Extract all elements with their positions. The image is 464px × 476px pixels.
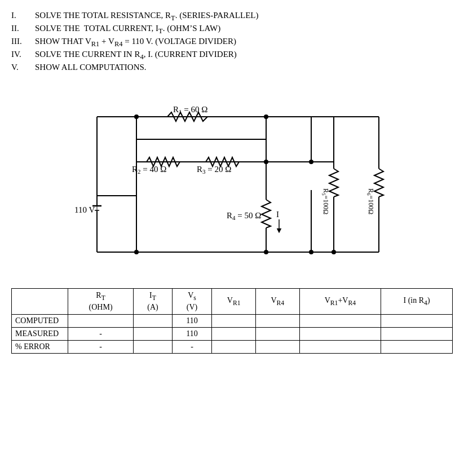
error-vs: - <box>172 341 212 354</box>
label-measured: MEASURED <box>12 328 68 341</box>
svg-point-52 <box>134 250 139 254</box>
table-row-computed: COMPUTED 110 <box>12 315 453 328</box>
r5-label: R5=100Ω <box>321 188 330 214</box>
measured-vr4 <box>256 328 300 341</box>
computed-vs: 110 <box>172 315 212 328</box>
instruction-2: SOLVE THE TOTAL CURRENT, IT. (OHM’S LAW) <box>35 23 259 36</box>
measured-vs: 110 <box>172 328 212 341</box>
roman-numeral-2: II. <box>11 23 35 36</box>
error-vr1 <box>212 341 256 354</box>
voltage-label: 110 V <box>74 205 95 214</box>
roman-numeral-5: V. <box>11 62 35 73</box>
instruction-4: SOLVE THE CURRENT IN R4, I. (CURRENT DIV… <box>35 49 259 62</box>
col-header-rt: RT(OHM) <box>68 289 134 315</box>
measured-rt: - <box>68 328 134 341</box>
results-table: RT(OHM) IT(A) Vs(V) VR1 VR4 VR1+VR4 I (i… <box>11 288 453 354</box>
roman-numeral-4: IV. <box>11 49 35 62</box>
label-computed: COMPUTED <box>12 315 68 328</box>
r3-label: R3 = 20 Ω <box>197 165 231 175</box>
computed-rt <box>68 315 134 328</box>
computed-ir4 <box>381 315 453 328</box>
error-rt: - <box>68 341 134 354</box>
error-it <box>134 341 173 354</box>
error-vr1vr4 <box>299 341 381 354</box>
current-label: I <box>276 210 279 219</box>
measured-vr1vr4 <box>299 328 381 341</box>
instructions-section: I. SOLVE THE TOTAL RESISTANCE, RT. (SERI… <box>11 10 453 73</box>
measured-vr1 <box>212 328 256 341</box>
computed-vr1 <box>212 315 256 328</box>
error-ir4 <box>381 341 453 354</box>
table-row-measured: MEASURED - 110 <box>12 328 453 341</box>
label-error: % ERROR <box>12 341 68 354</box>
instruction-1: SOLVE THE TOTAL RESISTANCE, RT. (SERIES-… <box>35 10 259 23</box>
circuit-diagram: 110 V R1 = 60 Ω <box>11 83 453 275</box>
col-header-ir4: I (in R4) <box>381 289 453 315</box>
instruction-3: SHOW THAT VR1 + VR4 = 110 V. (VOLTAGE DI… <box>35 36 259 49</box>
col-header-it: IT(A) <box>134 289 173 315</box>
measured-it <box>134 328 173 341</box>
col-header-vr1: VR1 <box>212 289 256 315</box>
col-header-vs: Vs(V) <box>172 289 212 315</box>
error-vr4 <box>256 341 300 354</box>
measured-ir4 <box>381 328 453 341</box>
table-row-error: % ERROR - - <box>12 341 453 354</box>
col-header-blank <box>12 289 68 315</box>
data-table-section: RT(OHM) IT(A) Vs(V) VR1 VR4 VR1+VR4 I (i… <box>11 288 453 354</box>
svg-point-43 <box>332 250 336 254</box>
computed-it <box>134 315 173 328</box>
computed-vr4 <box>256 315 300 328</box>
roman-numeral-3: III. <box>11 36 35 49</box>
r4-label: R4 = 50 Ω <box>227 211 261 221</box>
roman-numeral-1: I. <box>11 10 35 23</box>
col-header-vr4: VR4 <box>256 289 300 315</box>
computed-vr1vr4 <box>299 315 381 328</box>
r6-label: R6=100Ω <box>366 188 375 214</box>
instruction-5: SHOW ALL COMPUTATIONS. <box>35 62 259 73</box>
col-header-vr1vr4: VR1+VR4 <box>299 289 381 315</box>
